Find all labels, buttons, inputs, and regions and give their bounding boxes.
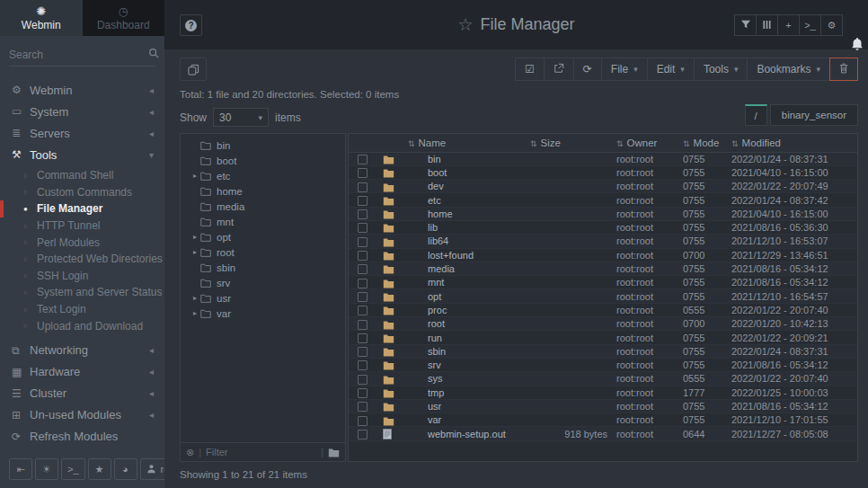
terminal-button[interactable]: >_ [799,14,821,36]
tree-item-mnt[interactable]: mnt [181,214,345,229]
row-checkbox[interactable] [358,375,368,385]
tree-item-root[interactable]: ▸root [181,244,345,260]
row-checkbox[interactable] [358,209,368,219]
file-name-cell[interactable]: opt [408,289,530,303]
tree-item-srv[interactable]: srv [181,275,345,290]
theme-sun-button[interactable]: ☀ [35,458,58,480]
row-checkbox[interactable] [358,333,368,343]
tree-item-opt[interactable]: ▸opt [181,229,345,244]
tree-item-usr[interactable]: ▸usr [181,290,345,306]
file-name-cell[interactable]: root [408,317,530,331]
sidebar-item-ssh-login[interactable]: ○SSH Login [0,268,164,285]
row-checkbox[interactable] [358,320,368,330]
row-checkbox[interactable] [358,306,368,315]
sidebar-item-protected-web-directories[interactable]: ○Protected Web Directories [0,251,164,268]
file-name-cell[interactable]: run [408,331,530,344]
sidebar-item-text-login[interactable]: ○Text Login [0,301,164,318]
sidebar-item-system[interactable]: ▭System◂ [0,101,164,122]
sidebar-item-command-shell[interactable]: ○Command Shell [0,167,164,184]
tree-item-boot[interactable]: boot [181,153,345,168]
file-name-cell[interactable]: sys [408,372,530,386]
row-checkbox[interactable] [358,251,368,261]
row-checkbox[interactable] [358,155,368,164]
columns-button[interactable] [756,14,778,36]
tree-item-media[interactable]: media [181,199,345,214]
search-input[interactable] [9,49,148,61]
column-header-mode[interactable]: ⇅Mode [683,134,731,152]
sidebar-item-un-used-modules[interactable]: ⊞Un-used Modules◂ [0,404,164,426]
expand-arrow-icon[interactable]: ▸ [190,248,200,256]
sidebar-item-cluster[interactable]: ☰Cluster◂ [0,383,164,404]
tree-item-var[interactable]: ▸var [181,306,345,321]
row-checkbox[interactable] [358,347,368,357]
file-name-cell[interactable]: tmp [408,386,530,399]
file-name-cell[interactable]: media [408,262,530,275]
menu-file[interactable]: File▾ [601,58,648,81]
tree-item-home[interactable]: home [181,183,345,199]
file-name-cell[interactable]: dev [408,180,530,193]
select-all-button[interactable]: ☑ [515,58,545,81]
plus-button[interactable]: + [777,14,800,36]
filter-funnel-button[interactable] [734,14,757,36]
row-checkbox[interactable] [358,168,368,178]
expand-arrow-icon[interactable]: ▸ [190,172,200,180]
row-checkbox[interactable] [358,360,368,370]
row-checkbox[interactable] [358,279,368,288]
collapse-sidebar-button[interactable]: ⇤ [9,458,32,480]
row-checkbox[interactable] [358,402,368,412]
help-button[interactable]: ? [180,14,202,36]
row-checkbox[interactable] [358,223,368,233]
file-name-cell[interactable]: bin [408,152,530,165]
column-header-owner[interactable]: ⇅Owner [616,134,683,152]
tab-webmin[interactable]: ✺ Webmin [0,0,83,36]
file-name-cell[interactable]: srv [408,358,530,371]
file-name-cell[interactable]: boot [408,165,530,179]
breadcrumb-root[interactable]: / [745,104,767,126]
sidebar-item-servers[interactable]: ≣Servers◂ [0,122,164,144]
settings-gear-button[interactable]: ⚙ [820,14,843,36]
tree-filter-input[interactable] [206,447,316,457]
delete-button[interactable] [829,58,858,81]
row-checkbox[interactable] [358,388,368,398]
file-name-cell[interactable]: mnt [408,276,530,289]
menu-bookmarks[interactable]: Bookmarks▾ [747,58,830,81]
column-header-modified[interactable]: ⇅Modified [731,134,857,152]
sidebar-item-http-tunnel[interactable]: ○HTTP Tunnel [0,217,164,235]
file-name-cell[interactable]: home [408,207,530,220]
export-share-button[interactable] [544,58,574,81]
file-name-cell[interactable]: proc [408,303,530,316]
expand-arrow-icon[interactable]: ▸ [190,233,200,241]
star-outline-icon[interactable]: ☆ [457,14,473,35]
file-name-cell[interactable]: lib64 [408,235,530,248]
sidebar-item-file-manager[interactable]: ●File Manager [0,200,164,217]
sidebar-item-custom-commands[interactable]: ○Custom Commands [0,184,164,201]
sidebar-item-perl-modules[interactable]: ○Perl Modules [0,234,164,251]
file-name-cell[interactable]: lost+found [408,248,530,262]
file-name-cell[interactable]: var [408,413,530,427]
expand-arrow-icon[interactable]: ▸ [190,294,200,302]
row-checkbox[interactable] [358,237,368,247]
row-checkbox[interactable] [358,264,368,274]
sidebar-item-tools[interactable]: ⚒Tools▾ [0,144,164,165]
file-name-cell[interactable]: webmin-setup.out [408,427,530,440]
notification-bell-icon[interactable] [850,37,864,54]
file-name-cell[interactable]: usr [408,399,530,413]
expand-arrow-icon[interactable]: ▸ [190,309,200,317]
column-header-size[interactable]: ⇅Size [530,134,616,152]
sidebar-item-webmin[interactable]: ⚙Webmin◂ [0,79,164,101]
refresh-button[interactable]: ⟳ [573,58,602,81]
items-per-page-select[interactable]: 30 ▾ [213,108,269,127]
sidebar-item-hardware[interactable]: ▦Hardware◂ [0,361,164,383]
column-header-name[interactable]: ⇅Name [408,134,530,152]
row-checkbox[interactable] [358,182,368,192]
menu-tools[interactable]: Tools▾ [694,58,748,81]
terminal-button[interactable]: >_ [61,458,85,480]
tree-item-etc[interactable]: ▸etc [181,168,345,183]
file-name-cell[interactable]: etc [408,193,530,207]
tab-dashboard[interactable]: ◷ Dashboard [83,0,165,36]
breadcrumb-current[interactable]: binary_sensor [770,104,858,126]
row-checkbox[interactable] [358,430,368,439]
sidebar-item-system-and-server-status[interactable]: ○System and Server Status [0,284,164,301]
favorites-star-button[interactable]: ★ [88,458,111,480]
row-checkbox[interactable] [358,292,368,302]
